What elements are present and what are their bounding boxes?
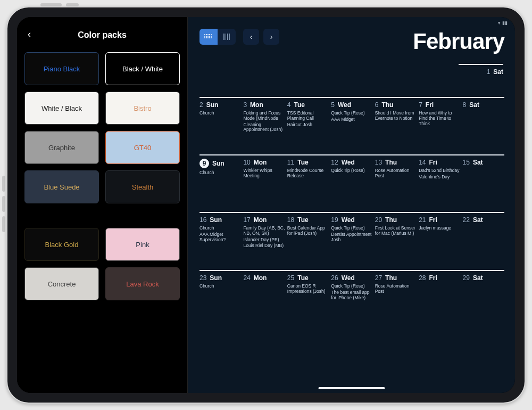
event-item[interactable]: MindNode Course Release — [287, 168, 329, 179]
day-cell[interactable]: 15Sat — [463, 159, 504, 191]
day-cell[interactable]: 5WedQuick Tip (Rose)AAA Midget — [331, 101, 372, 133]
day-cell[interactable]: 16SunChurchAAA Midget Supervision? — [200, 216, 241, 249]
ipad-frame: ‹ Color packs Piano BlackBlack / WhiteWh… — [6, 6, 526, 404]
event-item[interactable]: AAA Midget — [331, 117, 372, 122]
day-events: Best Calendar App for iPad (Josh) — [287, 226, 329, 236]
day-number: 5 — [331, 101, 335, 109]
color-pack-swatch[interactable]: White / Black — [24, 92, 99, 125]
event-item[interactable]: Jaclyn massage — [419, 226, 460, 231]
day-cell[interactable]: 2SunChurch — [200, 101, 241, 133]
event-item[interactable]: Folding and Focus Mode (MindNode — [243, 111, 285, 121]
day-name: Thu — [385, 159, 397, 166]
event-item[interactable]: Quick Tip (Rose) — [331, 284, 372, 289]
home-indicator[interactable] — [318, 387, 385, 389]
next-month-button[interactable]: › — [263, 29, 279, 45]
day-events: MindNode Course Release — [287, 168, 329, 179]
event-item[interactable]: Dad's 52nd Birthday — [419, 168, 460, 174]
event-item[interactable]: Islander Day (PE) — [243, 237, 285, 243]
color-pack-swatch[interactable]: Concrete — [24, 267, 99, 300]
day-cell[interactable]: 25TueCanon EOS R Impressions (Josh) — [287, 274, 329, 306]
back-button[interactable]: ‹ — [28, 29, 31, 40]
color-pack-swatch[interactable]: Black Gold — [24, 228, 99, 261]
day-cell[interactable]: 1 Sat — [459, 64, 503, 76]
event-item[interactable]: Church — [200, 284, 241, 289]
event-item[interactable]: Rose Automation Post — [375, 284, 417, 294]
day-cell[interactable]: 10MonWinkler Whips Meeting — [243, 159, 285, 191]
event-item[interactable]: Best Calendar App for iPad (Josh) — [287, 226, 329, 236]
day-cell[interactable]: 7FriHow and Why to Find the Time to Thin… — [419, 101, 460, 133]
day-number: 1 — [487, 68, 491, 76]
event-item[interactable]: Quick Tip (Rose) — [331, 226, 372, 231]
day-cell[interactable]: 12WedQuick Tip (Rose) — [331, 159, 372, 191]
event-item[interactable]: First Look at Sensei for Mac (Marius M.) — [375, 226, 417, 236]
color-packs-panel: ‹ Color packs Piano BlackBlack / WhiteWh… — [17, 17, 187, 393]
event-item[interactable]: AAA Midget Supervision? — [200, 232, 241, 243]
event-item[interactable]: Rose Automation Post — [375, 168, 417, 179]
color-pack-swatch[interactable]: Graphite — [24, 131, 99, 164]
event-item[interactable]: Canon EOS R Impressions (Josh) — [287, 284, 329, 294]
day-cell[interactable]: 14FriDad's 52nd BirthdayValentine's Day — [419, 159, 460, 191]
day-cell[interactable]: 27ThuRose Automation Post — [375, 274, 417, 306]
day-cell[interactable]: 24Mon — [243, 274, 285, 306]
day-cell[interactable]: 26WedQuick Tip (Rose)The best email app … — [331, 274, 372, 306]
day-cell[interactable]: 17MonFamily Day (AB, BC, NB, ON, SK)Isla… — [243, 216, 285, 249]
day-cell[interactable]: 18TueBest Calendar App for iPad (Josh) — [287, 216, 329, 249]
view-mode-segment — [200, 29, 236, 45]
day-cell[interactable]: 23SunChurch — [200, 274, 241, 306]
day-name: Tue — [297, 159, 308, 166]
event-item[interactable]: Should I Move from Evernote to Notion — [375, 111, 417, 121]
day-number: 7 — [419, 101, 422, 109]
event-item[interactable]: Valentine's Day — [419, 175, 460, 180]
day-name: Sat — [473, 274, 483, 282]
view-mode-list[interactable] — [218, 29, 236, 45]
day-events: Rose Automation Post — [375, 168, 417, 179]
day-events: Family Day (AB, BC, NB, ON, SK)Islander … — [243, 226, 285, 249]
day-cell[interactable]: 9SunChurch — [200, 159, 241, 191]
prev-month-button[interactable]: ‹ — [243, 29, 259, 45]
event-item[interactable]: Louis Riel Day (MB) — [243, 243, 285, 249]
event-item[interactable]: Winkler Whips Meeting — [243, 168, 285, 179]
day-name: Sat — [469, 101, 479, 109]
event-item[interactable]: The best email app for iPhone (Mike) — [331, 290, 372, 301]
day-number: 28 — [419, 274, 426, 282]
day-cell[interactable]: 8Sat — [463, 101, 504, 133]
color-pack-swatch[interactable]: GT40 — [105, 131, 180, 164]
event-item[interactable]: Dentist Appointment Josh — [331, 232, 372, 243]
grid-icon — [204, 34, 213, 39]
event-item[interactable]: How and Why to Find the Time to Think — [419, 111, 460, 126]
event-item[interactable]: Haircut Josh — [287, 122, 329, 128]
day-cell[interactable]: 19WedQuick Tip (Rose)Dentist Appointment… — [331, 216, 372, 249]
event-item[interactable]: Quick Tip (Rose) — [331, 168, 372, 174]
color-pack-swatch[interactable]: Pink — [105, 228, 180, 261]
color-pack-swatch[interactable]: Stealth — [105, 170, 180, 203]
day-cell[interactable]: 28Fri — [419, 274, 460, 306]
view-mode-grid[interactable] — [200, 29, 218, 45]
day-cell[interactable]: 11TueMindNode Course Release — [287, 159, 329, 191]
day-cell[interactable]: 6ThuShould I Move from Evernote to Notio… — [375, 101, 417, 133]
day-name: Sat — [493, 68, 503, 76]
day-events: Folding and Focus Mode (MindNodeCleaning… — [243, 111, 285, 133]
event-item[interactable]: Family Day (AB, BC, NB, ON, SK) — [243, 226, 285, 236]
event-item[interactable]: Church — [200, 226, 241, 231]
event-item[interactable]: Cleaning Appointment (Josh) — [243, 122, 285, 133]
color-pack-swatch[interactable]: Blue Suede — [24, 170, 99, 203]
event-item[interactable]: Quick Tip (Rose) — [331, 111, 372, 116]
day-name: Thu — [385, 216, 397, 224]
day-events: Church — [200, 111, 241, 116]
day-cell[interactable]: 13ThuRose Automation Post — [375, 159, 417, 191]
color-pack-swatch[interactable]: Black / White — [105, 52, 180, 85]
event-item[interactable]: Church — [200, 111, 241, 116]
color-pack-swatch[interactable]: Bistro — [105, 92, 180, 125]
day-events: Church — [200, 284, 241, 289]
day-cell[interactable]: 29Sat — [463, 274, 504, 306]
day-cell[interactable]: 22Sat — [463, 216, 504, 249]
day-cell[interactable]: 20ThuFirst Look at Sensei for Mac (Mariu… — [375, 216, 417, 249]
day-cell[interactable]: 3MonFolding and Focus Mode (MindNodeClea… — [243, 101, 285, 133]
color-pack-grid: Piano BlackBlack / WhiteWhite / BlackBis… — [24, 52, 180, 300]
day-cell[interactable]: 21FriJaclyn massage — [419, 216, 460, 249]
event-item[interactable]: TSS Editorial Planning Call — [287, 111, 329, 121]
color-pack-swatch[interactable]: Piano Black — [24, 52, 99, 85]
color-pack-swatch[interactable]: Lava Rock — [105, 267, 180, 300]
event-item[interactable]: Church — [200, 170, 241, 176]
day-cell[interactable]: 4TueTSS Editorial Planning CallHaircut J… — [287, 101, 329, 133]
